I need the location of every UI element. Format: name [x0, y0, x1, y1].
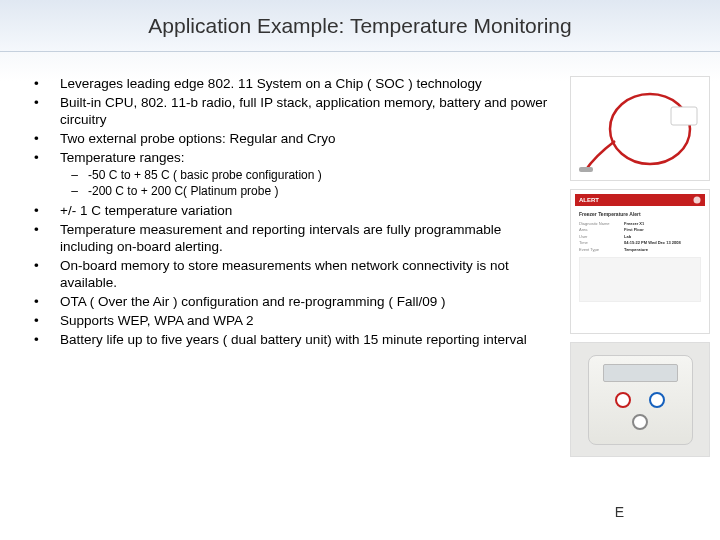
device-button-blue-icon [649, 392, 665, 408]
svg-rect-2 [671, 107, 697, 125]
device-image [570, 342, 710, 457]
device-button-row [632, 414, 648, 430]
alert-label: Event Type [579, 247, 624, 253]
alert-value: Temperature [624, 247, 648, 253]
sub-bullet-text: -50 C to + 85 C ( basic probe configurat… [88, 168, 322, 183]
sub-bullet-text: -200 C to + 200 C( Platinum probe ) [88, 184, 278, 199]
bullet-text: Temperature measurement and reporting in… [60, 222, 558, 256]
bullet-item: +/- 1 C temperature variation [30, 203, 558, 220]
bullet-text: OTA ( Over the Air ) configuration and r… [60, 294, 445, 311]
device-button-row [615, 392, 665, 408]
svg-point-0 [610, 94, 690, 164]
corner-letter: E [615, 504, 624, 520]
bullet-text: Two external probe options: Regular and … [60, 131, 335, 148]
bullet-text: On-board memory to store measurements wh… [60, 258, 558, 292]
probe-wire-icon [575, 81, 705, 176]
bullet-column: Leverages leading edge 802. 11 System on… [30, 76, 558, 457]
alert-badge-icon [693, 196, 701, 204]
bullet-item: Leverages leading edge 802. 11 System on… [30, 76, 558, 93]
title-band: Application Example: Temperature Monitor… [0, 0, 720, 52]
alert-screenshot: ALERT Freezer Temperature Alert Diagnost… [570, 189, 710, 334]
bullet-text: Leverages leading edge 802. 11 System on… [60, 76, 482, 93]
alert-body: Freezer Temperature Alert Diagnostic Nam… [575, 206, 705, 306]
image-column: ALERT Freezer Temperature Alert Diagnost… [570, 76, 710, 457]
bullet-text: Supports WEP, WPA and WPA 2 [60, 313, 254, 330]
bullet-item: Built-in CPU, 802. 11-b radio, full IP s… [30, 95, 558, 129]
bullet-text: Battery life up to five years ( dual bat… [60, 332, 527, 349]
bullet-item: Two external probe options: Regular and … [30, 131, 558, 148]
probe-image [570, 76, 710, 181]
svg-rect-1 [579, 167, 593, 172]
sub-bullet-list: -50 C to + 85 C ( basic probe configurat… [30, 168, 558, 199]
bullet-text: Built-in CPU, 802. 11-b radio, full IP s… [60, 95, 558, 129]
device-button-red-icon [615, 392, 631, 408]
device-lcd [603, 364, 678, 382]
bullet-text: Temperature ranges: [60, 150, 185, 167]
bullet-item: OTA ( Over the Air ) configuration and r… [30, 294, 558, 311]
alert-bar-label: ALERT [579, 197, 599, 203]
bullet-text: +/- 1 C temperature variation [60, 203, 232, 220]
alert-row: Event TypeTemperature [579, 247, 701, 253]
bullet-item: Temperature measurement and reporting in… [30, 222, 558, 256]
sub-bullet-item: -50 C to + 85 C ( basic probe configurat… [30, 168, 558, 183]
alert-header-bar: ALERT [575, 194, 705, 206]
sub-bullet-item: -200 C to + 200 C( Platinum probe ) [30, 184, 558, 199]
device-front-panel [588, 355, 693, 445]
main-bullet-list: Leverages leading edge 802. 11 System on… [30, 76, 558, 166]
alert-chart-placeholder [579, 257, 701, 302]
slide-title: Application Example: Temperature Monitor… [148, 14, 571, 38]
device-button-gray-icon [632, 414, 648, 430]
alert-title: Freezer Temperature Alert [579, 210, 701, 218]
svg-point-3 [694, 197, 701, 204]
bullet-item: On-board memory to store measurements wh… [30, 258, 558, 292]
bullet-item: Temperature ranges: [30, 150, 558, 167]
content-area: Leverages leading edge 802. 11 System on… [0, 52, 720, 467]
main-bullet-list-2: +/- 1 C temperature variation Temperatur… [30, 203, 558, 348]
bullet-item: Supports WEP, WPA and WPA 2 [30, 313, 558, 330]
bullet-item: Battery life up to five years ( dual bat… [30, 332, 558, 349]
